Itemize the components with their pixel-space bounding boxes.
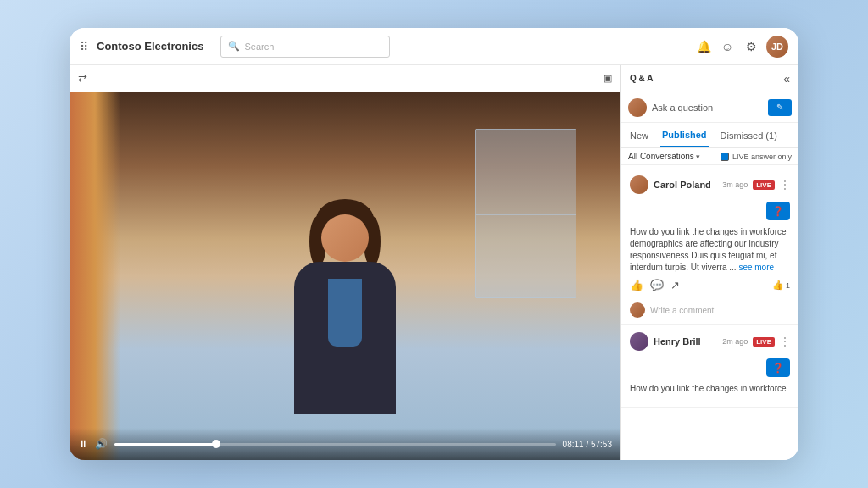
comment-button[interactable]: 💬 bbox=[650, 279, 664, 291]
henry-time: 2m ago bbox=[722, 337, 748, 346]
grid-icon[interactable]: ⠿ bbox=[80, 40, 88, 53]
progress-fill bbox=[114, 443, 216, 446]
ask-avatar bbox=[628, 98, 647, 117]
thumbs-up-button[interactable]: 👍 bbox=[630, 279, 643, 291]
progress-handle[interactable] bbox=[212, 440, 220, 448]
carol-name: Carol Poland bbox=[654, 180, 717, 190]
qa-filters: All Conversations ▾ LIVE answer only bbox=[621, 148, 798, 165]
carol-live-badge: LIVE bbox=[753, 180, 775, 190]
search-bar[interactable]: 🔍 Search bbox=[220, 36, 390, 58]
see-more-link[interactable]: see more bbox=[738, 263, 774, 272]
chevron-down-icon: ▾ bbox=[696, 152, 700, 161]
henry-avatar bbox=[630, 332, 648, 351]
henry-question-text: How do you link the changes in workforce bbox=[630, 383, 790, 395]
avatar-initials: JD bbox=[771, 42, 783, 52]
card-header-henry: Henry Brill 2m ago LIVE ⋮ bbox=[630, 332, 790, 351]
comment-input[interactable]: Write a comment bbox=[650, 306, 714, 315]
live-filter-label: LIVE answer only bbox=[732, 152, 792, 161]
henry-live-badge: LIVE bbox=[753, 337, 775, 347]
henry-menu-button[interactable]: ⋮ bbox=[780, 336, 790, 347]
qa-card-carol: Carol Poland 3m ago LIVE ⋮ ❓ How do you … bbox=[621, 169, 798, 325]
qa-cards-list: Carol Poland 3m ago LIVE ⋮ ❓ How do you … bbox=[621, 165, 798, 460]
presenter-figure bbox=[277, 206, 413, 426]
henry-question-bubble-icon: ❓ bbox=[766, 358, 790, 377]
nav-actions: 🔔 ☺ ⚙ JD bbox=[695, 36, 788, 58]
filter-label: All Conversations bbox=[628, 152, 694, 161]
question-bubble-icon: ❓ bbox=[766, 202, 790, 220]
carol-card-actions: 👍 💬 ↗ 👍 1 bbox=[630, 279, 790, 291]
play-pause-button[interactable]: ⏸ bbox=[78, 438, 88, 450]
volume-icon[interactable]: 🔊 bbox=[95, 438, 108, 450]
live-answer-toggle[interactable]: LIVE answer only bbox=[721, 152, 792, 161]
collapse-panel-button[interactable]: « bbox=[783, 72, 790, 86]
tab-dismissed[interactable]: Dismissed (1) bbox=[719, 123, 779, 147]
share-button[interactable]: ↗ bbox=[670, 279, 680, 291]
write-comment-row: Write a comment bbox=[630, 297, 790, 318]
qa-card-henry: Henry Brill 2m ago LIVE ⋮ ❓ How do you l… bbox=[621, 325, 798, 408]
time-display: 08:11 / 57:53 bbox=[563, 440, 612, 449]
video-toolbar: ⇄ ▣ bbox=[70, 65, 620, 92]
conversation-filter-dropdown[interactable]: All Conversations ▾ bbox=[628, 152, 700, 161]
notification-icon[interactable]: 🔔 bbox=[695, 38, 712, 55]
carol-question-text: How do you link the changes in workforce… bbox=[630, 226, 790, 274]
content-area: ⇄ ▣ bbox=[70, 65, 798, 460]
qa-panel: Q & A « Ask a question ✎ New Published bbox=[620, 65, 798, 460]
top-navigation: ⠿ Contoso Electronics 🔍 Search 🔔 ☺ ⚙ JD bbox=[70, 28, 798, 65]
qa-header-title: Q & A bbox=[630, 74, 653, 83]
tab-published[interactable]: Published bbox=[660, 123, 709, 147]
comment-avatar bbox=[630, 302, 645, 318]
progress-bar[interactable] bbox=[114, 443, 556, 446]
ask-question-area: Ask a question ✎ bbox=[621, 92, 798, 123]
card-header-carol: Carol Poland 3m ago LIVE ⋮ bbox=[630, 175, 790, 194]
search-icon: 🔍 bbox=[228, 41, 240, 52]
video-controls: ⏸ 🔊 08:11 / 57:53 bbox=[70, 428, 620, 460]
user-avatar[interactable]: JD bbox=[766, 36, 788, 58]
sync-icon[interactable]: ⇄ bbox=[78, 72, 87, 85]
video-player[interactable]: ⏸ 🔊 08:11 / 57:53 bbox=[70, 92, 620, 460]
qa-tabs: New Published Dismissed (1) bbox=[621, 123, 798, 148]
search-placeholder: Search bbox=[244, 42, 274, 52]
ask-submit-button[interactable]: ✎ bbox=[768, 99, 792, 116]
qa-panel-header: Q & A « bbox=[621, 65, 798, 92]
carol-time: 3m ago bbox=[722, 180, 748, 189]
ask-question-input[interactable]: Ask a question bbox=[652, 103, 763, 113]
video-section: ⇄ ▣ bbox=[70, 65, 620, 460]
emoji-icon[interactable]: ☺ bbox=[719, 38, 736, 55]
live-checkbox[interactable] bbox=[721, 152, 729, 161]
carol-avatar bbox=[630, 175, 648, 194]
like-count-badge: 👍 1 bbox=[772, 280, 790, 291]
captions-icon[interactable]: ▣ bbox=[604, 73, 612, 84]
henry-name: Henry Brill bbox=[654, 336, 717, 347]
app-title: Contoso Electronics bbox=[97, 40, 203, 53]
carol-menu-button[interactable]: ⋮ bbox=[780, 179, 790, 191]
like-count: 1 bbox=[786, 281, 790, 290]
send-icon: ✎ bbox=[776, 103, 783, 112]
stage-background bbox=[475, 129, 576, 298]
gear-icon[interactable]: ⚙ bbox=[743, 38, 760, 55]
tab-new[interactable]: New bbox=[628, 123, 650, 147]
stage-curtain bbox=[70, 92, 120, 460]
